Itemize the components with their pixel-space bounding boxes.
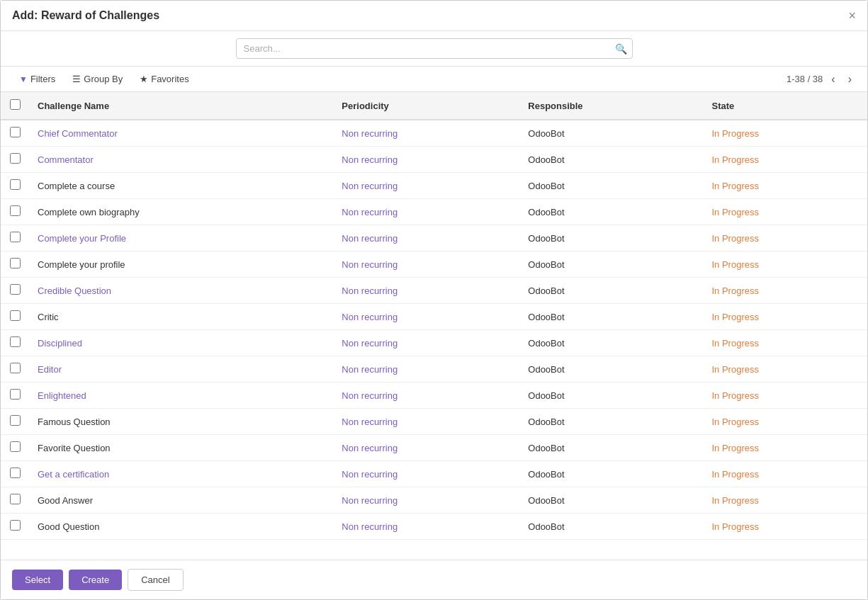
row-checkbox-cell <box>1 330 29 356</box>
row-checkbox[interactable] <box>10 310 21 321</box>
challenge-name-link[interactable]: Commentator <box>38 154 94 165</box>
row-state: In Progress <box>703 435 867 461</box>
row-periodicity: Non recurring <box>333 487 519 514</box>
row-responsible: OdooBot <box>519 120 703 147</box>
challenge-name-link[interactable]: Get a certification <box>38 469 109 480</box>
row-checkbox[interactable] <box>10 494 21 504</box>
row-checkbox[interactable] <box>10 468 21 478</box>
prev-page-button[interactable]: ‹ <box>827 72 839 87</box>
select-all-checkbox[interactable] <box>10 99 21 110</box>
row-checkbox[interactable] <box>10 153 21 164</box>
table-row: Complete your ProfileNon recurringOdooBo… <box>1 225 867 251</box>
modal-title: Add: Reward of Challenges <box>12 9 159 22</box>
pagination-text: 1-38 / 38 <box>787 74 823 84</box>
row-responsible: OdooBot <box>519 487 703 514</box>
challenge-name-text: Famous Question <box>38 417 111 427</box>
table-header-row: Challenge Name Periodicity Responsible S… <box>1 92 867 120</box>
row-checkbox-cell <box>1 120 29 147</box>
row-state: In Progress <box>703 173 867 199</box>
star-icon: ★ <box>140 74 148 84</box>
group-by-button[interactable]: ☰ Group By <box>65 71 130 87</box>
row-state: In Progress <box>703 199 867 225</box>
row-challenge-name: Critic <box>29 304 333 330</box>
row-checkbox[interactable] <box>10 520 21 531</box>
challenge-name-link[interactable]: Complete your Profile <box>38 233 126 244</box>
row-challenge-name: Complete your profile <box>29 251 333 278</box>
row-checkbox-cell <box>1 278 29 304</box>
table-container: Challenge Name Periodicity Responsible S… <box>1 92 867 560</box>
row-responsible: OdooBot <box>519 147 703 173</box>
table-row: DisciplinedNon recurringOdooBotIn Progre… <box>1 330 867 356</box>
filters-button[interactable]: ▼ Filters <box>12 71 62 87</box>
row-periodicity: Non recurring <box>333 383 519 409</box>
row-challenge-name: Complete own biography <box>29 199 333 225</box>
row-responsible: OdooBot <box>519 199 703 225</box>
row-checkbox[interactable] <box>10 284 21 295</box>
row-checkbox[interactable] <box>10 415 21 426</box>
filters-label: Filters <box>30 74 55 84</box>
table-row: EditorNon recurringOdooBotIn Progress <box>1 356 867 383</box>
row-checkbox-cell <box>1 435 29 461</box>
row-state: In Progress <box>703 461 867 487</box>
row-state: In Progress <box>703 487 867 514</box>
favorites-button[interactable]: ★ Favorites <box>133 71 196 87</box>
challenge-name-link[interactable]: Credible Question <box>38 285 111 296</box>
challenge-name-text: Favorite Question <box>38 443 111 453</box>
row-checkbox-cell <box>1 199 29 225</box>
row-challenge-name: Complete a course <box>29 173 333 199</box>
row-checkbox[interactable] <box>10 258 21 268</box>
row-checkbox[interactable] <box>10 441 21 452</box>
row-responsible: OdooBot <box>519 435 703 461</box>
row-checkbox-cell <box>1 487 29 514</box>
close-button[interactable]: × <box>848 9 856 22</box>
row-periodicity: Non recurring <box>333 199 519 225</box>
row-responsible: OdooBot <box>519 278 703 304</box>
row-responsible: OdooBot <box>519 225 703 251</box>
challenge-name-text: Complete your profile <box>38 259 125 270</box>
search-button[interactable]: 🔍 <box>615 43 627 55</box>
next-page-button[interactable]: › <box>844 72 856 87</box>
row-checkbox[interactable] <box>10 336 21 347</box>
search-toolbar: 🔍 <box>1 31 867 67</box>
row-responsible: OdooBot <box>519 173 703 199</box>
challenge-name-link[interactable]: Enlightened <box>38 390 86 401</box>
row-state: In Progress <box>703 225 867 251</box>
row-checkbox[interactable] <box>10 205 21 216</box>
row-checkbox-cell <box>1 304 29 330</box>
table-row: CommentatorNon recurringOdooBotIn Progre… <box>1 147 867 173</box>
row-checkbox[interactable] <box>10 363 21 373</box>
row-periodicity: Non recurring <box>333 120 519 147</box>
search-input[interactable] <box>236 38 633 59</box>
header-state: State <box>703 92 867 120</box>
row-periodicity: Non recurring <box>333 225 519 251</box>
row-periodicity: Non recurring <box>333 356 519 383</box>
challenge-name-text: Complete a course <box>38 181 115 191</box>
row-state: In Progress <box>703 251 867 278</box>
table-row: Good QuestionNon recurringOdooBotIn Prog… <box>1 514 867 540</box>
table-row: CriticNon recurringOdooBotIn Progress <box>1 304 867 330</box>
modal-dialog: Add: Reward of Challenges × 🔍 ▼ Filters … <box>0 0 868 600</box>
row-checkbox[interactable] <box>10 232 21 242</box>
row-checkbox[interactable] <box>10 179 21 190</box>
row-challenge-name: Get a certification <box>29 461 333 487</box>
row-periodicity: Non recurring <box>333 251 519 278</box>
row-checkbox-cell <box>1 461 29 487</box>
row-periodicity: Non recurring <box>333 147 519 173</box>
challenge-name-link[interactable]: Editor <box>38 364 62 375</box>
challenge-name-link[interactable]: Disciplined <box>38 338 82 349</box>
modal-header: Add: Reward of Challenges × <box>1 1 867 31</box>
row-state: In Progress <box>703 409 867 435</box>
row-challenge-name: Disciplined <box>29 330 333 356</box>
cancel-button[interactable]: Cancel <box>128 569 183 591</box>
challenge-name-link[interactable]: Chief Commentator <box>38 128 118 139</box>
select-button[interactable]: Select <box>12 570 63 590</box>
row-challenge-name: Favorite Question <box>29 435 333 461</box>
row-responsible: OdooBot <box>519 330 703 356</box>
table-row: EnlightenedNon recurringOdooBotIn Progre… <box>1 383 867 409</box>
row-checkbox-cell <box>1 409 29 435</box>
row-challenge-name: Good Question <box>29 514 333 540</box>
group-by-label: Group By <box>84 74 123 84</box>
create-button[interactable]: Create <box>69 570 122 590</box>
row-checkbox[interactable] <box>10 127 21 137</box>
row-checkbox[interactable] <box>10 389 21 400</box>
